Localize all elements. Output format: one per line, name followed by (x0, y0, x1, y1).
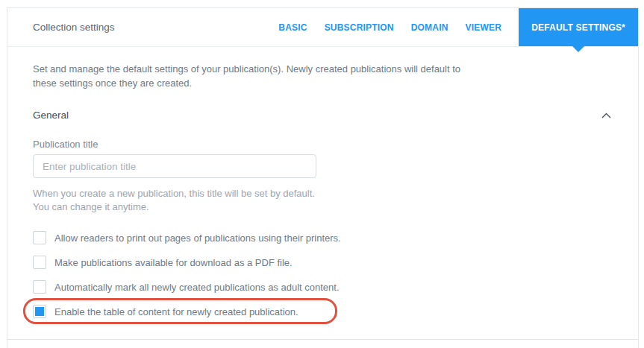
checkbox-fill (35, 258, 44, 267)
download-pdf-checkbox[interactable] (33, 256, 46, 269)
checkbox-row-table-of-content: Enable the table of content for newly cr… (33, 305, 298, 318)
helper-line-1: When you create a new publication, this … (33, 187, 613, 200)
print-checkbox[interactable] (33, 231, 46, 244)
tab-default-settings-label: DEFAULT SETTINGS* (531, 22, 625, 33)
chevron-up-icon (601, 113, 611, 118)
adult-content-checkbox-label: Automatically mark all newly created pub… (54, 282, 340, 293)
checkbox-fill (35, 307, 44, 316)
collapse-section-button[interactable] (600, 111, 613, 120)
print-checkbox-label: Allow readers to print out pages of publ… (54, 232, 341, 244)
page-title: Collection settings (33, 22, 115, 33)
section-divider (7, 339, 638, 340)
publication-title-helper: When you create a new publication, this … (33, 187, 613, 214)
collection-settings-panel: Collection settings BASIC SUBSCRIPTION D… (7, 7, 639, 348)
checkbox-fill (35, 282, 44, 291)
checkbox-row-download-pdf: Make publications available for download… (33, 256, 293, 269)
active-tab-caret (572, 46, 584, 52)
checkbox-row-adult-content: Automatically mark all newly created pub… (33, 280, 340, 294)
settings-description: Set and manage the default settings of y… (33, 62, 485, 90)
helper-line-2: You can change it anytime. (33, 200, 613, 214)
panel-header: Collection settings BASIC SUBSCRIPTION D… (7, 8, 638, 47)
tab-basic[interactable]: BASIC (278, 22, 307, 33)
tab-subscription[interactable]: SUBSCRIPTION (325, 22, 394, 33)
table-of-content-checkbox-label: Enable the table of content for newly cr… (54, 306, 298, 317)
download-pdf-checkbox-label: Make publications available for download… (54, 257, 293, 268)
general-section-header: General (33, 110, 613, 121)
general-section-title: General (33, 110, 69, 121)
checkbox-row-print: Allow readers to print out pages of publ… (33, 231, 341, 244)
tab-domain[interactable]: DOMAIN (411, 22, 448, 33)
tab-bar: BASIC SUBSCRIPTION DOMAIN VIEWER DEFAULT… (278, 8, 638, 46)
table-of-content-checkbox[interactable] (33, 305, 46, 318)
checkbox-fill (35, 233, 44, 242)
tab-viewer[interactable]: VIEWER (466, 22, 502, 33)
publication-title-label: Publication title (33, 139, 613, 150)
tab-default-settings[interactable]: DEFAULT SETTINGS* (519, 8, 638, 46)
default-options-list: Allow readers to print out pages of publ… (33, 231, 613, 318)
publication-title-input[interactable] (33, 154, 316, 178)
adult-content-checkbox[interactable] (33, 280, 46, 294)
settings-content: Set and manage the default settings of y… (7, 62, 638, 318)
